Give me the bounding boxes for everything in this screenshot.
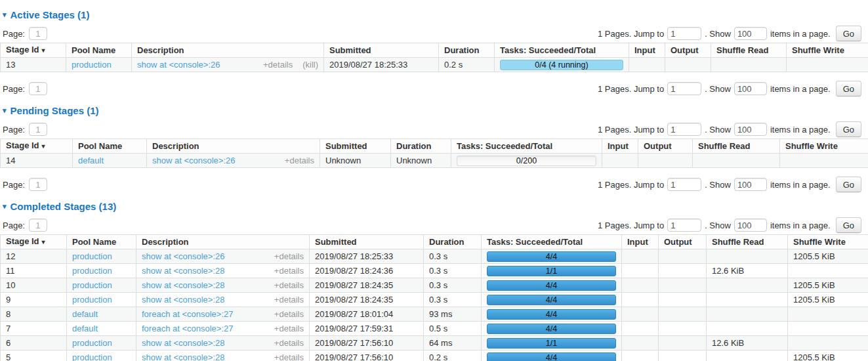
column-header-output[interactable]: Output (659, 235, 707, 249)
column-header-pool[interactable]: Pool Name (73, 139, 147, 154)
section-header[interactable]: ▾ Pending Stages (1) (3, 105, 868, 116)
column-header-output[interactable]: Output (638, 139, 693, 154)
pool-name-link[interactable]: default (72, 309, 98, 319)
page-number-input[interactable] (29, 178, 47, 191)
column-header-stage-id[interactable]: Stage Id▾ (1, 43, 66, 58)
pool-name-link[interactable]: production (72, 295, 112, 305)
column-header-shuffle-write[interactable]: Shuffle Write (788, 235, 868, 249)
show-count-input[interactable] (734, 123, 767, 136)
cell-stage-id: 11 (1, 264, 67, 278)
show-count-input[interactable] (734, 27, 767, 40)
pages-summary: 1 Pages. Jump to (598, 84, 664, 94)
stage-row: 7defaultforeach at <console>:27+details2… (1, 322, 868, 336)
column-header-submitted[interactable]: Submitted (310, 235, 424, 249)
section-title: Active Stages (1) (10, 9, 90, 20)
section-header[interactable]: ▾ Active Stages (1) (3, 9, 868, 20)
go-button[interactable]: Go (836, 177, 861, 192)
details-toggle[interactable]: +details (274, 294, 304, 306)
jump-to-input[interactable] (667, 219, 701, 232)
column-header-duration[interactable]: Duration (424, 235, 482, 249)
go-button[interactable]: Go (836, 121, 861, 137)
stage-description-link[interactable]: show at <console>:28 (142, 280, 224, 291)
stage-description-link[interactable]: show at <console>:28 (142, 352, 224, 361)
pool-name-link[interactable]: production (72, 338, 112, 348)
cell-shuffle-read (693, 154, 780, 168)
details-toggle[interactable]: +details (274, 352, 304, 361)
column-header-label: Input (608, 141, 629, 151)
stage-description-link[interactable]: foreach at <console>:27 (142, 323, 234, 335)
column-header-output[interactable]: Output (665, 43, 711, 58)
page-number-input[interactable] (29, 123, 47, 136)
show-count-input[interactable] (734, 219, 767, 232)
go-button[interactable]: Go (836, 26, 861, 41)
details-toggle[interactable]: +details (274, 251, 304, 263)
jump-to-input[interactable] (667, 178, 701, 191)
stage-description-link[interactable]: show at <console>:28 (142, 294, 224, 306)
stage-description-link[interactable]: show at <console>:26 (137, 59, 220, 71)
column-header-shuffle-read[interactable]: Shuffle Read (693, 139, 780, 154)
pagination-row-top: Page: 1 Pages. Jump to . Show items in a… (3, 26, 861, 41)
pool-name-link[interactable]: production (72, 251, 112, 261)
column-header-tasks[interactable]: Tasks: Succeeded/Total (451, 139, 602, 154)
pagination-row-top: Page: 1 Pages. Jump to . Show items in a… (3, 218, 861, 232)
cell-description: show at <console>:28+details (136, 336, 310, 350)
column-header-duration[interactable]: Duration (439, 43, 495, 58)
details-toggle[interactable]: +details (274, 323, 304, 335)
details-toggle[interactable]: +details (263, 59, 293, 71)
jump-to-input[interactable] (667, 123, 701, 136)
details-toggle[interactable]: +details (285, 155, 314, 167)
stage-description-link[interactable]: show at <console>:28 (142, 337, 224, 349)
column-header-description[interactable]: Description (136, 235, 310, 249)
show-count-input[interactable] (734, 178, 767, 191)
cell-description: show at <console>:26+details (136, 249, 310, 264)
show-count-input[interactable] (734, 82, 767, 95)
stage-description-link[interactable]: show at <console>:26 (152, 155, 235, 167)
column-header-pool[interactable]: Pool Name (66, 43, 132, 58)
stage-row: 12productionshow at <console>:26+details… (1, 249, 868, 264)
go-button[interactable]: Go (836, 81, 861, 96)
column-header-stage-id[interactable]: Stage Id▾ (1, 139, 73, 154)
page-number-input[interactable] (29, 219, 47, 232)
column-header-submitted[interactable]: Submitted (324, 43, 439, 58)
pool-name-link[interactable]: production (72, 60, 112, 70)
column-header-tasks[interactable]: Tasks: Succeeded/Total (495, 43, 629, 58)
cell-submitted: 2019/08/27 18:25:33 (324, 58, 439, 72)
pool-name-link[interactable]: production (72, 266, 112, 276)
column-header-input[interactable]: Input (602, 139, 638, 154)
stage-description-link[interactable]: show at <console>:28 (142, 265, 224, 277)
pool-name-link[interactable]: default (72, 324, 98, 333)
kill-link[interactable]: (kill) (302, 59, 318, 71)
jump-to-input[interactable] (667, 27, 701, 40)
column-header-input[interactable]: Input (622, 235, 659, 249)
jump-to-input[interactable] (667, 82, 701, 95)
details-toggle[interactable]: +details (274, 265, 304, 277)
stage-description-link[interactable]: foreach at <console>:27 (142, 308, 234, 320)
page-number-input[interactable] (29, 27, 47, 40)
go-button[interactable]: Go (836, 217, 861, 233)
pool-name-link[interactable]: production (72, 352, 112, 361)
column-header-duration[interactable]: Duration (391, 139, 451, 154)
pool-name-link[interactable]: production (72, 280, 112, 290)
column-header-submitted[interactable]: Submitted (320, 139, 391, 154)
details-toggle[interactable]: +details (274, 337, 304, 349)
column-header-label: Shuffle Write (785, 141, 838, 151)
stage-description-link[interactable]: show at <console>:26 (142, 251, 224, 263)
section-header[interactable]: ▾ Completed Stages (13) (3, 201, 868, 212)
column-header-stage-id[interactable]: Stage Id▾ (1, 235, 67, 249)
column-header-description[interactable]: Description (132, 43, 324, 58)
column-header-description[interactable]: Description (147, 139, 320, 154)
column-header-input[interactable]: Input (629, 43, 665, 58)
page-number-input[interactable] (29, 82, 47, 95)
column-header-shuffle-read[interactable]: Shuffle Read (711, 43, 787, 58)
details-toggle[interactable]: +details (274, 280, 304, 291)
column-header-pool[interactable]: Pool Name (67, 235, 136, 249)
cell-shuffle-write (780, 154, 868, 168)
column-header-shuffle-write[interactable]: Shuffle Write (787, 43, 868, 58)
details-toggle[interactable]: +details (274, 308, 304, 320)
column-header-tasks[interactable]: Tasks: Succeeded/Total (482, 235, 622, 249)
column-header-label: Duration (444, 45, 479, 55)
column-header-shuffle-write[interactable]: Shuffle Write (780, 139, 868, 154)
pool-name-link[interactable]: default (78, 156, 104, 165)
column-header-shuffle-read[interactable]: Shuffle Read (707, 235, 788, 249)
items-per-page-label: items in a page. (770, 221, 831, 230)
